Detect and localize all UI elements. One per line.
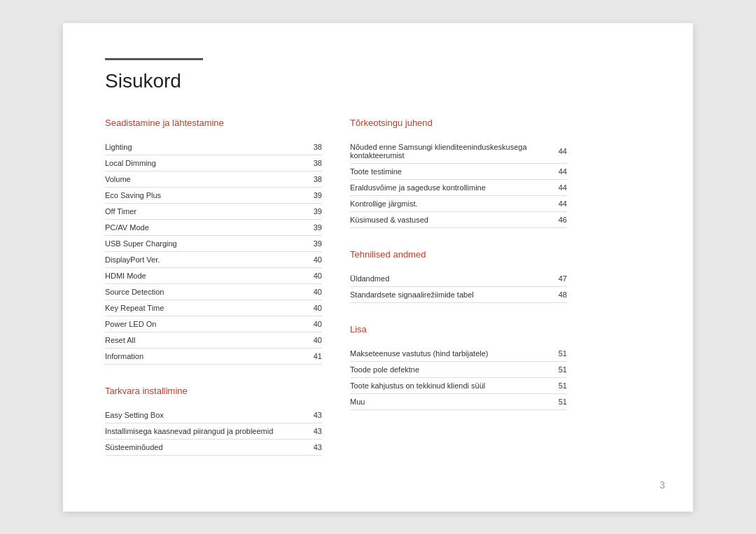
entry-text: Reset All xyxy=(105,332,300,348)
left-column: Seadistamine ja lähtestamineLighting38Lo… xyxy=(105,118,322,477)
table-row: Installimisega kaasnevad piirangud ja pr… xyxy=(105,423,322,439)
entry-text: Information xyxy=(105,348,300,364)
table-row: Information41 xyxy=(105,348,322,364)
entry-page: 51 xyxy=(555,346,567,362)
entry-page: 46 xyxy=(559,211,567,227)
table-row: Toote kahjustus on tekkinud kliendi süül… xyxy=(350,377,567,393)
entry-page: 47 xyxy=(554,271,567,287)
entry-page: 40 xyxy=(300,283,322,300)
section: Seadistamine ja lähtestamineLighting38Lo… xyxy=(105,118,322,365)
entry-text: Muu xyxy=(350,393,555,409)
entry-text: Volume xyxy=(105,171,300,187)
table-row: Standardsete signaalirežiimide tabel48 xyxy=(350,286,567,302)
toc-table: Nõuded enne Samsungi klienditeeninduskes… xyxy=(350,139,567,228)
entry-page: 44 xyxy=(559,195,567,211)
toc-table: Easy Setting Box43Installimisega kaasnev… xyxy=(105,407,322,456)
entry-text: Source Detection xyxy=(105,283,300,300)
entry-page: 40 xyxy=(300,332,322,348)
right-column: Tõrkeotsingu juhendNõuded enne Samsungi … xyxy=(350,118,567,477)
entry-page: 51 xyxy=(555,393,567,409)
entry-page: 40 xyxy=(300,300,322,316)
table-row: Local Dimming38 xyxy=(105,155,322,171)
entry-text: HDMI Mode xyxy=(105,267,300,283)
entry-page: 43 xyxy=(312,407,322,423)
entry-page: 40 xyxy=(300,267,322,283)
entry-text: Lighting xyxy=(105,139,300,155)
entry-page: 44 xyxy=(559,139,567,164)
content-columns: Seadistamine ja lähtestamineLighting38Lo… xyxy=(105,118,651,477)
table-row: Power LED On40 xyxy=(105,316,322,332)
table-row: Küsimused & vastused46 xyxy=(350,211,567,227)
entry-text: Easy Setting Box xyxy=(105,407,312,423)
entry-page: 48 xyxy=(554,286,567,302)
entry-text: Süsteeminõuded xyxy=(105,439,312,455)
entry-text: Installimisega kaasnevad piirangud ja pr… xyxy=(105,423,312,439)
entry-page: 40 xyxy=(300,316,322,332)
entry-page: 38 xyxy=(300,155,322,171)
table-row: Reset All40 xyxy=(105,332,322,348)
entry-text: Toode pole defektne xyxy=(350,361,555,377)
entry-text: Küsimused & vastused xyxy=(350,211,559,227)
toc-table: Üldandmed47Standardsete signaalirežiimid… xyxy=(350,271,567,303)
entry-page: 38 xyxy=(300,171,322,187)
entry-text: DisplayPort Ver. xyxy=(105,251,300,267)
entry-page: 41 xyxy=(300,348,322,364)
entry-text: Standardsete signaalirežiimide tabel xyxy=(350,286,554,302)
entry-page: 43 xyxy=(312,439,322,455)
entry-page: 43 xyxy=(312,423,322,439)
toc-table: Makseteenuse vastutus (hind tarbijatele)… xyxy=(350,346,567,410)
table-row: Toote testimine44 xyxy=(350,163,567,179)
top-bar-decoration xyxy=(105,58,203,60)
table-row: Lighting38 xyxy=(105,139,322,155)
table-row: Nõuded enne Samsungi klienditeeninduskes… xyxy=(350,139,567,164)
table-row: Off Timer39 xyxy=(105,203,322,219)
table-row: Muu51 xyxy=(350,393,567,409)
entry-page: 38 xyxy=(300,139,322,155)
section: Tarkvara installimineEasy Setting Box43I… xyxy=(105,386,322,456)
table-row: Volume38 xyxy=(105,171,322,187)
section-title: Tehnilised andmed xyxy=(350,249,567,264)
table-row: Easy Setting Box43 xyxy=(105,407,322,423)
entry-text: Local Dimming xyxy=(105,155,300,171)
page: Sisukord Seadistamine ja lähtestamineLig… xyxy=(63,23,693,512)
entry-text: Eco Saving Plus xyxy=(105,187,300,203)
section: LisaMakseteenuse vastutus (hind tarbijat… xyxy=(350,324,567,410)
section-title: Seadistamine ja lähtestamine xyxy=(105,118,322,132)
entry-page: 39 xyxy=(300,235,322,251)
entry-text: Eraldusvõime ja sageduse kontrollimine xyxy=(350,179,559,195)
entry-text: PC/AV Mode xyxy=(105,219,300,235)
table-row: Üldandmed47 xyxy=(350,271,567,287)
entry-text: Power LED On xyxy=(105,316,300,332)
page-title: Sisukord xyxy=(105,70,651,92)
section-title: Lisa xyxy=(350,324,567,339)
table-row: USB Super Charging39 xyxy=(105,235,322,251)
entry-text: Toote kahjustus on tekkinud kliendi süül xyxy=(350,377,555,393)
entry-text: USB Super Charging xyxy=(105,235,300,251)
table-row: DisplayPort Ver.40 xyxy=(105,251,322,267)
section-title: Tõrkeotsingu juhend xyxy=(350,118,567,132)
section: Tõrkeotsingu juhendNõuded enne Samsungi … xyxy=(350,118,567,228)
table-row: Source Detection40 xyxy=(105,283,322,300)
toc-table: Lighting38Local Dimming38Volume38Eco Sav… xyxy=(105,139,322,365)
table-row: Toode pole defektne51 xyxy=(350,361,567,377)
page-number: 3 xyxy=(659,479,665,491)
table-row: Eraldusvõime ja sageduse kontrollimine44 xyxy=(350,179,567,195)
table-row: Süsteeminõuded43 xyxy=(105,439,322,455)
table-row: Eco Saving Plus39 xyxy=(105,187,322,203)
entry-page: 39 xyxy=(300,187,322,203)
section-title: Tarkvara installimine xyxy=(105,386,322,400)
entry-page: 39 xyxy=(300,203,322,219)
entry-text: Toote testimine xyxy=(350,163,559,179)
table-row: HDMI Mode40 xyxy=(105,267,322,283)
section: Tehnilised andmedÜldandmed47Standardsete… xyxy=(350,249,567,303)
entry-text: Makseteenuse vastutus (hind tarbijatele) xyxy=(350,346,555,362)
entry-page: 44 xyxy=(559,163,567,179)
entry-text: Kontrollige järgmist. xyxy=(350,195,559,211)
entry-page: 40 xyxy=(300,251,322,267)
entry-text: Üldandmed xyxy=(350,271,554,287)
entry-page: 44 xyxy=(559,179,567,195)
entry-page: 51 xyxy=(555,377,567,393)
entry-text: Nõuded enne Samsungi klienditeeninduskes… xyxy=(350,139,559,164)
entry-page: 51 xyxy=(555,361,567,377)
entry-page: 39 xyxy=(300,219,322,235)
